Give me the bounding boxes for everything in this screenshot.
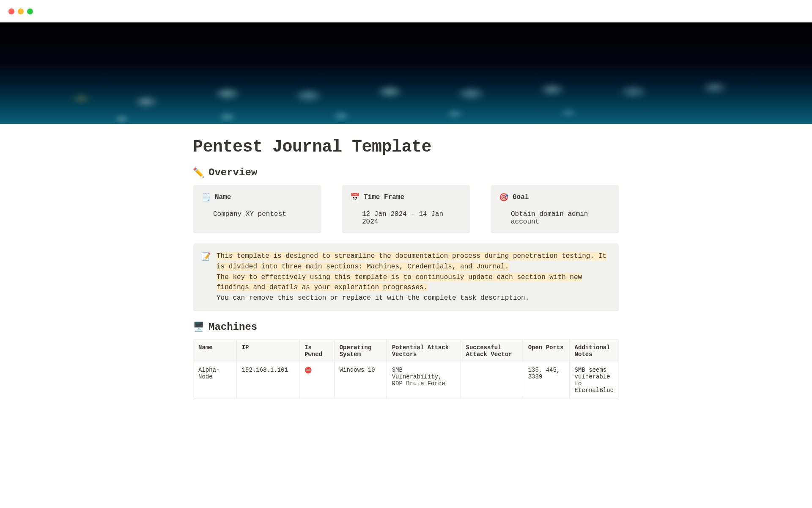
callout-body[interactable]: This template is designed to streamline … bbox=[217, 251, 611, 304]
col-ports[interactable]: Open Ports bbox=[523, 340, 569, 362]
col-sav[interactable]: Successful Attack Vector bbox=[461, 340, 523, 362]
machines-heading: 🖥️ Machines bbox=[193, 321, 619, 333]
page-title[interactable]: Pentest Journal Template bbox=[193, 138, 619, 157]
timeframe-card[interactable]: 📅 Time Frame 12 Jan 2024 - 14 Jan 2024 bbox=[342, 185, 470, 233]
overview-heading: ✏️ Overview bbox=[193, 167, 619, 178]
cell-ports[interactable]: 135, 445, 3389 bbox=[523, 362, 569, 398]
pencil-icon: ✏️ bbox=[193, 167, 204, 178]
cell-pwned[interactable]: ⛔ bbox=[299, 362, 335, 398]
memo-icon: 📝 bbox=[201, 251, 211, 304]
page-content: Pentest Journal Template ✏️ Overview 🗒️ … bbox=[152, 138, 660, 398]
cover-image[interactable] bbox=[0, 22, 812, 124]
window-chrome bbox=[0, 0, 812, 22]
cell-sav[interactable] bbox=[461, 362, 523, 398]
callout-line-3: You can remove this section or replace i… bbox=[217, 294, 529, 302]
col-name[interactable]: Name bbox=[193, 340, 236, 362]
machines-heading-text: Machines bbox=[208, 321, 257, 333]
name-card-label: Name bbox=[215, 193, 231, 201]
cell-ip[interactable]: 192.168.1.101 bbox=[236, 362, 299, 398]
cell-os[interactable]: Windows 10 bbox=[334, 362, 387, 398]
col-pwned[interactable]: Is Pwned bbox=[299, 340, 335, 362]
table-row[interactable]: Alpha-Node 192.168.1.101 ⛔ Windows 10 SM… bbox=[193, 362, 619, 398]
name-card[interactable]: 🗒️ Name Company XY pentest bbox=[193, 185, 321, 233]
machines-table-wrap: Name IP Is Pwned Operating System Potent… bbox=[193, 340, 619, 398]
minimize-icon[interactable] bbox=[18, 8, 24, 14]
goal-card[interactable]: 🎯 Goal Obtain domain admin account bbox=[491, 185, 619, 233]
col-os[interactable]: Operating System bbox=[334, 340, 387, 362]
timeframe-card-label: Time Frame bbox=[364, 193, 404, 201]
close-icon[interactable] bbox=[8, 8, 14, 14]
col-notes[interactable]: Additional Notes bbox=[569, 340, 619, 362]
cell-pav[interactable]: SMB Vulnerability, RDP Brute Force bbox=[387, 362, 461, 398]
goal-card-label: Goal bbox=[513, 193, 529, 201]
cell-notes[interactable]: SMB seems vulnerable to EternalBlue bbox=[569, 362, 619, 398]
maximize-icon[interactable] bbox=[27, 8, 33, 14]
table-header-row: Name IP Is Pwned Operating System Potent… bbox=[193, 340, 619, 362]
machines-table[interactable]: Name IP Is Pwned Operating System Potent… bbox=[193, 340, 619, 398]
target-icon: 🎯 bbox=[499, 193, 508, 202]
col-pav[interactable]: Potential Attack Vectors bbox=[387, 340, 461, 362]
calendar-icon: 📅 bbox=[350, 193, 359, 202]
col-ip[interactable]: IP bbox=[236, 340, 299, 362]
name-card-value[interactable]: Company XY pentest bbox=[201, 210, 313, 218]
overview-cards: 🗒️ Name Company XY pentest 📅 Time Frame … bbox=[193, 185, 619, 233]
callout-line-1: This template is designed to streamline … bbox=[217, 252, 606, 271]
cell-name[interactable]: Alpha-Node bbox=[193, 362, 236, 398]
callout-line-2: The key to effectively using this templa… bbox=[217, 273, 582, 292]
overview-heading-text: Overview bbox=[208, 167, 257, 178]
info-callout[interactable]: 📝 This template is designed to streamlin… bbox=[193, 243, 619, 311]
desktop-icon: 🖥️ bbox=[193, 321, 204, 332]
goal-card-value[interactable]: Obtain domain admin account bbox=[499, 210, 611, 226]
timeframe-card-value[interactable]: 12 Jan 2024 - 14 Jan 2024 bbox=[350, 210, 462, 226]
notepad-icon: 🗒️ bbox=[201, 193, 211, 202]
